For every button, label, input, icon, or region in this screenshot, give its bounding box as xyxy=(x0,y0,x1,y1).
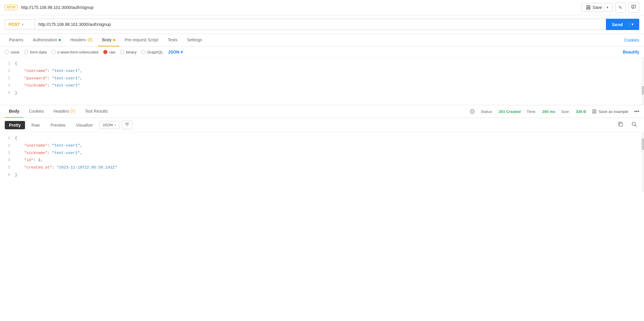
radio-raw-circle xyxy=(103,50,107,54)
filter-icon xyxy=(125,122,129,127)
radio-graphql-circle xyxy=(141,50,146,54)
resp-line-2: 2 "username": "test-user1", xyxy=(0,142,644,150)
radio-none-circle xyxy=(5,50,9,54)
resp-line-6: 6 } xyxy=(0,171,644,179)
save-chevron[interactable]: ▾ xyxy=(604,5,608,10)
request-body-editor[interactable]: 1 { 2 "username": "test-user1", 3 "passw… xyxy=(0,58,644,105)
radio-binary[interactable]: binary xyxy=(120,50,137,54)
save-icon xyxy=(586,5,591,10)
format-preview[interactable]: Preview xyxy=(46,121,70,129)
response-scrollbar-track[interactable] xyxy=(642,132,644,192)
request-tabs: Params Authorization Headers (8) Body Pr… xyxy=(0,34,644,47)
save-example-icon xyxy=(592,109,597,114)
req-line-2: 2 "username": "test-user1", xyxy=(0,67,644,75)
save-example-button[interactable]: Save as example xyxy=(592,109,628,114)
request-scrollbar-thumb[interactable] xyxy=(642,86,644,95)
format-raw[interactable]: Raw xyxy=(27,121,44,129)
radio-raw[interactable]: raw xyxy=(103,50,115,54)
time-label: Time: xyxy=(527,109,536,114)
svg-rect-19 xyxy=(619,123,623,126)
cookies-link[interactable]: Cookies xyxy=(624,38,639,43)
resp-line-3: 3 "nickname": "test-user1", xyxy=(0,150,644,157)
comment-button[interactable] xyxy=(628,2,639,12)
tab-body[interactable]: Body xyxy=(98,34,119,46)
response-scrollbar-thumb[interactable] xyxy=(642,138,644,150)
response-body-code: 1 { 2 "username": "test-user1", 3 "nickn… xyxy=(0,132,644,192)
status-label: Status: xyxy=(481,109,493,114)
svg-rect-1 xyxy=(587,6,589,7)
radio-graphql[interactable]: GraphQL xyxy=(141,50,163,54)
request-scrollbar-track[interactable] xyxy=(642,58,644,105)
tab-settings[interactable]: Settings xyxy=(183,34,206,46)
copy-icon xyxy=(618,122,623,127)
search-button[interactable] xyxy=(629,120,639,130)
req-line-5: 5 } xyxy=(0,89,644,97)
resp-tab-test-results[interactable]: Test Results xyxy=(81,105,112,118)
tab-params[interactable]: Params xyxy=(5,34,27,46)
radio-none[interactable]: none xyxy=(5,50,19,54)
top-bar: HTTP http://175.106.98.101:3000/auth/sig… xyxy=(0,0,644,15)
save-button[interactable]: Save ▾ xyxy=(582,3,613,12)
method-label: POST xyxy=(9,22,20,27)
response-section: Body Cookies Headers (7) Test Results St… xyxy=(0,105,644,192)
method-select[interactable]: POST ▾ xyxy=(5,19,35,29)
resp-tab-body[interactable]: Body xyxy=(5,105,24,118)
edit-button[interactable]: ✎ xyxy=(615,3,626,12)
resp-line-4: 4 "id": 1, xyxy=(0,157,644,164)
radio-urlencoded[interactable]: x-www-form-urlencoded xyxy=(51,50,99,54)
beautify-link[interactable]: Beautify xyxy=(623,50,639,54)
size-value: 336 B xyxy=(576,109,586,114)
tab-pre-request[interactable]: Pre-request Script xyxy=(121,34,162,46)
globe-icon xyxy=(470,109,475,114)
copy-button[interactable] xyxy=(615,120,626,130)
req-line-1: 1 { xyxy=(0,60,644,67)
request-bar: POST ▾ Send ▾ xyxy=(0,15,644,34)
status-value: 201 Created xyxy=(499,109,521,114)
more-options-button[interactable]: ••• xyxy=(634,109,639,114)
req-line-4: 4 "nickname": "test-user1" xyxy=(0,82,644,89)
radio-form-data[interactable]: form-data xyxy=(24,50,47,54)
headers-count: (8) xyxy=(87,37,93,42)
svg-rect-2 xyxy=(587,8,590,9)
method-chevron: ▾ xyxy=(22,23,24,26)
svg-rect-12 xyxy=(593,110,595,111)
format-pretty[interactable]: Pretty xyxy=(5,121,25,129)
tab-authorization[interactable]: Authorization xyxy=(29,34,65,46)
response-format-row: Pretty Raw Preview Visualize JSON ▾ xyxy=(0,118,644,132)
save-label: Save xyxy=(593,5,602,10)
json-chevron: ▾ xyxy=(181,50,183,54)
req-line-3: 3 "password": "test-user1", xyxy=(0,75,644,82)
filter-button[interactable] xyxy=(122,121,132,129)
resp-headers-count: (7) xyxy=(70,109,75,114)
radio-form-data-circle xyxy=(24,50,28,54)
format-dropdown[interactable]: JSON ▾ xyxy=(99,121,119,129)
resp-line-5: 5 "created_at": "2023-11-19T22:05:58.142… xyxy=(0,164,644,171)
send-button[interactable]: Send ▾ xyxy=(606,19,639,30)
resp-tab-cookies[interactable]: Cookies xyxy=(25,105,48,118)
search-icon xyxy=(632,122,637,127)
body-type-row: none form-data x-www-form-urlencoded raw… xyxy=(0,47,644,58)
comment-icon xyxy=(631,4,636,9)
response-status-area: Status: 201 Created Time: 265 ms Size: 3… xyxy=(470,109,639,114)
time-value: 265 ms xyxy=(542,109,555,114)
radio-urlencoded-circle xyxy=(51,50,56,54)
send-chevron: ▾ xyxy=(632,22,633,26)
size-label: Size: xyxy=(561,109,570,114)
svg-rect-3 xyxy=(632,5,636,8)
top-actions: Save ▾ ✎ xyxy=(582,2,639,12)
response-tabs-row: Body Cookies Headers (7) Test Results St… xyxy=(0,105,644,118)
radio-binary-circle xyxy=(120,50,124,54)
resp-line-1: 1 { xyxy=(0,135,644,142)
svg-rect-13 xyxy=(593,112,595,113)
format-visualize[interactable]: Visualize xyxy=(72,121,97,129)
tab-headers[interactable]: Headers (8) xyxy=(66,34,97,46)
auth-dot xyxy=(59,39,61,41)
tab-tests[interactable]: Tests xyxy=(164,34,182,46)
format-chevron: ▾ xyxy=(114,123,116,127)
resp-tab-headers[interactable]: Headers (7) xyxy=(49,105,80,118)
body-dot xyxy=(113,39,115,41)
json-dropdown[interactable]: JSON ▾ xyxy=(168,50,182,54)
url-input[interactable] xyxy=(35,19,606,30)
svg-line-21 xyxy=(635,125,637,127)
http-badge: HTTP xyxy=(5,5,18,10)
